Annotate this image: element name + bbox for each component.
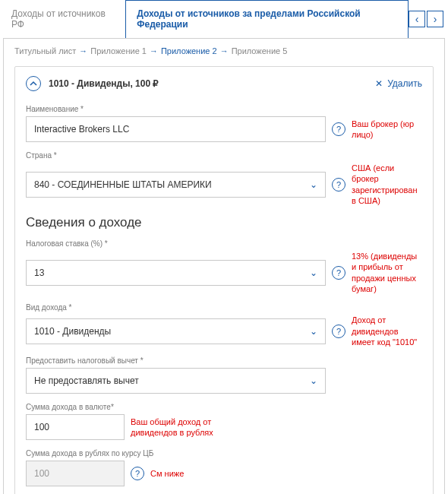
prev-button[interactable]: ‹ [409,11,425,27]
chevron-down-icon: ⌄ [310,179,317,190]
card-title: 1010 - Дивиденды, 100 ₽ [49,78,159,89]
chevron-right-icon: → [220,46,229,55]
close-icon: ✕ [375,78,383,89]
deduction-select[interactable]: Не предоставлять вычет ⌄ [26,368,326,394]
kind-select[interactable]: 1010 - Дивиденды ⌄ [26,318,326,344]
breadcrumb: Титульный лист → Приложение 1 → Приложен… [14,46,434,55]
income-card: 1010 - Дивиденды, 100 ₽ ✕ Удалить Наимен… [14,66,434,494]
kind-value: 1010 - Дивиденды [34,326,111,337]
help-icon[interactable]: ? [131,467,144,480]
chevron-right-icon: → [79,46,87,55]
annotation-rate: 13% (дивиденды и прибыль от продажи ценн… [352,251,422,294]
rate-select[interactable]: 13 ⌄ [26,260,326,286]
tab-bar: Доходы от источников РФ Доходы от источн… [0,0,409,38]
chevron-down-icon: ⌄ [310,375,317,386]
label-kind: Вид дохода * [26,303,422,312]
rate-value: 13 [34,268,44,278]
delete-button[interactable]: ✕ Удалить [375,78,422,89]
chevron-down-icon: ⌄ [310,268,317,278]
name-input[interactable] [26,116,326,142]
annotation-broker: Ваш брокер (юр лицо) [352,119,422,141]
tab-rf-income[interactable]: Доходы от источников РФ [0,0,125,38]
label-name: Наименование * [26,105,422,113]
breadcrumb-app1[interactable]: Приложение 1 [90,46,147,55]
help-icon[interactable]: ? [332,178,345,192]
help-icon[interactable]: ? [332,266,345,280]
annotation-sum-rub: См ниже [150,468,184,479]
breadcrumb-title-page[interactable]: Титульный лист [14,46,76,55]
section-heading: Сведения о доходе [26,215,422,230]
help-icon[interactable]: ? [332,325,345,338]
help-icon[interactable]: ? [332,122,345,136]
country-select[interactable]: 840 - СОЕДИНЕННЫЕ ШТАТЫ АМЕРИКИ ⌄ [26,172,326,198]
sum-currency-input[interactable] [26,414,125,440]
label-sum-rub: Сумма дохода в рублях по курсу ЦБ [26,449,422,458]
collapse-toggle[interactable] [26,76,41,91]
label-sum-cur: Сумма дохода в валюте* [26,403,422,411]
tab-foreign-income[interactable]: Доходы от источников за пределами Россий… [125,0,409,38]
label-deduction: Предоставить налоговый вычет * [26,356,422,365]
annotation-kind: Доход от дивидендов имеет код "1010" [352,315,422,347]
deduction-value: Не предоставлять вычет [34,375,139,386]
breadcrumb-app5[interactable]: Приложение 5 [232,46,288,55]
next-button[interactable]: › [427,11,443,27]
label-rate: Налоговая ставка (%) * [26,239,422,248]
delete-label: Удалить [387,78,422,89]
chevron-right-icon: → [150,46,158,55]
chevron-up-icon [30,80,37,87]
country-value: 840 - СОЕДИНЕННЫЕ ШТАТЫ АМЕРИКИ [34,179,212,190]
label-country: Страна * [26,151,422,160]
sum-rub-input [26,461,125,486]
breadcrumb-app2[interactable]: Приложение 2 [161,46,217,55]
annotation-sum-cur: Ваш общий доход от дивидендов в рублях [131,416,245,439]
annotation-country: США (если брокер зарегистрирован в США) [352,163,422,206]
chevron-down-icon: ⌄ [310,326,317,337]
